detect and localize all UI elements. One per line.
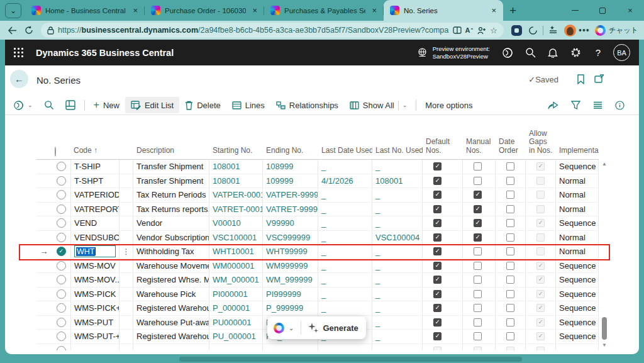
description-cell[interactable]: Warehouse Pick xyxy=(133,288,209,301)
code-cell[interactable]: WMS-PICK+ WMS-PICK+ xyxy=(70,301,119,315)
implementation-cell[interactable] xyxy=(556,344,599,351)
default-nos-checkbox[interactable] xyxy=(433,262,441,270)
date-order-checkbox[interactable] xyxy=(506,304,514,312)
allow-gaps-checkbox[interactable] xyxy=(536,318,545,327)
last-no-used-cell[interactable]: _ xyxy=(372,188,423,202)
implementation-cell[interactable]: Sequence xyxy=(556,316,599,330)
row-menu-cell[interactable]: ⋮ xyxy=(119,174,133,188)
description-cell[interactable]: Registered Warehous... xyxy=(133,330,209,343)
default-nos-cell[interactable] xyxy=(423,330,463,343)
extension-badge-icon[interactable] xyxy=(511,25,522,36)
date-order-cell[interactable] xyxy=(496,203,526,216)
starting-no-cell[interactable]: PU_000001 xyxy=(209,330,263,343)
last-date-used-cell[interactable]: _ xyxy=(318,273,372,287)
default-nos-cell[interactable] xyxy=(423,160,463,174)
default-nos-checkbox[interactable] xyxy=(433,191,441,199)
code-cell[interactable]: WMS-PICK WMS-PICK xyxy=(70,288,119,301)
description-cell[interactable]: Vendor xyxy=(133,216,209,230)
manual-nos-checkbox[interactable] xyxy=(474,290,482,298)
browser-menu-icon[interactable]: ••• xyxy=(579,25,590,35)
manual-nos-cell[interactable] xyxy=(463,203,496,216)
default-nos-cell[interactable] xyxy=(423,344,463,351)
bookmark-icon[interactable] xyxy=(577,74,585,84)
manual-nos-cell[interactable] xyxy=(463,160,496,174)
table-row[interactable]: → T-SHIP T-SHIP ⋮ Transfer Shipment 1080… xyxy=(36,160,599,174)
allow-gaps-cell[interactable] xyxy=(526,316,556,330)
starting-no-cell[interactable]: WM_000001 xyxy=(209,273,263,287)
table-row[interactable]: → WMS-MOV... WMS-MOV... ⋮ Registered Whs… xyxy=(36,273,599,288)
last-no-used-cell[interactable]: _ xyxy=(372,203,423,216)
code-cell[interactable]: WMS-PUT WMS-PUT xyxy=(70,316,119,330)
manual-nos-checkbox[interactable] xyxy=(474,191,482,199)
description-cell[interactable]: Tax Returns reports. xyxy=(133,203,209,216)
manual-nos-cell[interactable] xyxy=(463,259,496,273)
manual-nos-checkbox[interactable] xyxy=(474,332,482,340)
horizontal-scrollbar-thumb[interactable] xyxy=(179,357,522,362)
default-nos-checkbox[interactable] xyxy=(433,205,441,213)
table-row[interactable]: → VATREPORTS VATREPORTS ⋮ Tax Returns re… xyxy=(36,203,599,217)
date-order-checkbox[interactable] xyxy=(506,347,514,350)
row-menu-cell[interactable]: ⋮ xyxy=(119,316,133,330)
read-aloud-icon[interactable]: A⌃ xyxy=(465,26,474,34)
manual-nos-cell[interactable] xyxy=(463,330,496,343)
date-order-cell[interactable] xyxy=(496,259,526,273)
default-nos-checkbox[interactable] xyxy=(433,219,441,227)
code-cell[interactable]: WMS-MOV WMS-MOV xyxy=(70,259,119,273)
column-header-date-order[interactable]: Date Order xyxy=(496,138,526,159)
url-text[interactable]: https://businesscentral.dynamics.com/2a9… xyxy=(58,26,449,35)
row-select-radio[interactable] xyxy=(52,216,70,230)
allow-gaps-cell[interactable] xyxy=(526,259,556,273)
table-row[interactable]: → T-SHPT T-SHPT ⋮ Transfer Shipment 1080… xyxy=(36,174,599,189)
delete-button[interactable]: Delete xyxy=(179,97,226,113)
profile-share-icon[interactable] xyxy=(477,26,486,35)
default-nos-cell[interactable] xyxy=(423,188,463,202)
allow-gaps-checkbox[interactable] xyxy=(536,191,545,199)
filter-icon[interactable] xyxy=(565,97,586,113)
allow-gaps-cell[interactable] xyxy=(526,273,556,287)
address-bar[interactable]: https://businesscentral.dynamics.com/2a9… xyxy=(41,23,504,38)
row-menu-cell[interactable]: ⋮ xyxy=(119,344,133,351)
chevron-down-icon[interactable]: ⌄ xyxy=(402,102,408,108)
description-cell[interactable]: Transfer Shipment xyxy=(133,174,209,188)
row-select-radio[interactable] xyxy=(52,188,70,202)
allow-gaps-cell[interactable] xyxy=(526,188,556,202)
allow-gaps-checkbox[interactable] xyxy=(536,219,545,227)
starting-no-cell[interactable]: VSC100001 xyxy=(209,231,263,245)
info-icon[interactable] xyxy=(609,97,630,113)
row-select-radio[interactable] xyxy=(52,301,70,315)
code-cell[interactable] xyxy=(70,344,119,351)
allow-gaps-cell[interactable] xyxy=(526,203,556,216)
share-button[interactable] xyxy=(542,97,564,113)
refresh-icon[interactable] xyxy=(25,26,33,35)
manual-nos-checkbox[interactable] xyxy=(474,205,482,213)
allow-gaps-cell[interactable] xyxy=(526,344,556,351)
date-order-checkbox[interactable] xyxy=(506,233,514,242)
column-header-implementation[interactable]: Implementa... xyxy=(556,147,599,160)
date-order-checkbox[interactable] xyxy=(506,332,514,340)
date-order-cell[interactable] xyxy=(496,330,526,343)
default-nos-cell[interactable] xyxy=(423,231,463,245)
open-in-new-window-icon[interactable] xyxy=(594,74,604,83)
tab-purchases-payables-setup[interactable]: Purchases & Payables Setup × xyxy=(264,0,384,21)
date-order-cell[interactable] xyxy=(496,188,526,202)
more-options-button[interactable]: More options xyxy=(419,97,478,113)
default-nos-checkbox[interactable] xyxy=(433,233,441,242)
allow-gaps-checkbox[interactable] xyxy=(536,347,545,350)
tab-purchase-order[interactable]: Purchase Order - 106030 - Nod Pu × xyxy=(145,0,264,21)
row-menu-cell[interactable]: ⋮ xyxy=(119,203,133,216)
allow-gaps-checkbox[interactable] xyxy=(536,304,545,312)
date-order-checkbox[interactable] xyxy=(506,191,514,199)
description-cell[interactable]: Warehouse Put-away xyxy=(133,316,209,330)
default-nos-checkbox[interactable] xyxy=(433,290,441,298)
column-header-last-no-used[interactable]: Last No. Used xyxy=(372,147,423,160)
minimize-button[interactable] xyxy=(561,0,589,21)
collections-icon[interactable] xyxy=(548,26,558,35)
date-order-checkbox[interactable] xyxy=(506,318,514,327)
lines-button[interactable]: Lines xyxy=(226,97,270,113)
settings-gear-icon[interactable] xyxy=(564,47,587,58)
copilot-actions-button[interactable]: ⌄ xyxy=(8,97,38,113)
date-order-cell[interactable] xyxy=(496,301,526,315)
maximize-button[interactable] xyxy=(589,0,616,21)
last-no-used-cell[interactable]: _ xyxy=(372,316,423,330)
ending-no-cell[interactable]: VSC999999 xyxy=(263,231,318,245)
